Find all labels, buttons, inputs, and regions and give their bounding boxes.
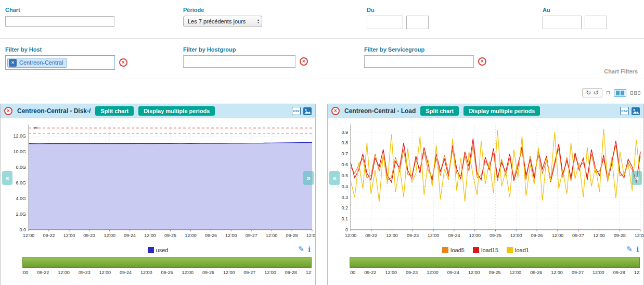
clear-servicegroup-filter-icon[interactable]: ×	[478, 57, 486, 66]
from-date-input[interactable]	[367, 16, 403, 29]
svg-text:09-28: 09-28	[614, 233, 626, 238]
view-toolbar: ↻ ↺	[582, 88, 640, 97]
svg-text:12:00: 12:00	[428, 233, 440, 238]
timeline-tick-label: 09-24	[447, 270, 459, 275]
timeline-tick-label: 12:00	[510, 270, 522, 275]
filter-by-hostgroup-label: Filter by Hostgroup	[183, 46, 236, 53]
auto-refresh-icon[interactable]: ↺	[594, 89, 599, 96]
timeline-tick-label: 12:00	[140, 270, 152, 275]
timeline-tick-label: 12:00	[99, 270, 111, 275]
export-icons: CSV	[292, 107, 312, 115]
svg-text:0.2: 0.2	[341, 205, 348, 210]
timeline-tick-label: 09-27	[572, 270, 584, 275]
chart-legend: load5load15load1	[349, 247, 623, 253]
chart-filter-label: Chart	[5, 7, 20, 13]
timeline-tick-label: 12:00	[350, 270, 355, 275]
period-select[interactable]: Les 7 précédents jours ▲▼	[183, 16, 262, 27]
panel-header: × Centreon-Central - Disk-/ Split chart …	[1, 104, 315, 118]
svg-text:09-22: 09-22	[365, 233, 377, 238]
pan-right-button[interactable]: »	[303, 171, 314, 185]
display-multiple-periods-button[interactable]: Display multiple periods	[463, 106, 540, 116]
legend-color-swatch	[148, 247, 154, 253]
load-chart[interactable]: 12:0009-2212:0009-2312:0009-2412:0009-25…	[329, 120, 643, 241]
display-multiple-periods-button[interactable]: Display multiple periods	[138, 106, 215, 116]
timeline-tick-label: 09-23	[406, 270, 418, 275]
timeline-tick-label: 09-26	[202, 270, 214, 275]
legend-item[interactable]: load1	[507, 247, 529, 253]
refresh-icon[interactable]: ↻	[586, 89, 591, 96]
export-csv-icon[interactable]: CSV	[292, 107, 301, 115]
timeline-selector[interactable]	[350, 257, 640, 268]
export-image-icon[interactable]	[303, 107, 312, 115]
layout-three-columns-icon[interactable]	[630, 91, 640, 95]
from-label: Du	[367, 7, 375, 13]
disk-usage-chart[interactable]: 12:0009-2212:0009-2312:0009-2412:0009-25…	[2, 120, 315, 241]
svg-text:0.7: 0.7	[341, 151, 348, 156]
chart-filters-section-label: Chart Filters	[604, 68, 638, 75]
timeline-tick-label: 09-24	[120, 270, 132, 275]
pan-left-button[interactable]: «	[2, 171, 12, 185]
timeline-tick-label: 12:00	[551, 270, 563, 275]
timeline-tick-label: 12:00	[22, 270, 28, 275]
timeline-tick-label: 12:00	[593, 270, 604, 275]
timeline-tick-label: 09-28	[613, 270, 625, 275]
host-filter-input[interactable]: × Centreon-Central	[5, 55, 115, 70]
clear-hostgroup-filter-icon[interactable]: ×	[300, 57, 308, 66]
to-time-input[interactable]	[585, 16, 607, 29]
chart-info-icon[interactable]: ℹ	[636, 245, 639, 253]
svg-text:09-24: 09-24	[124, 233, 136, 238]
svg-text:09-25: 09-25	[490, 233, 501, 238]
timeline-tick-label: 09-25	[161, 270, 173, 275]
svg-text:12:00: 12:00	[104, 233, 115, 238]
select-arrows-icon: ▲▼	[253, 19, 260, 24]
chart-filter-input[interactable]	[5, 16, 114, 27]
remove-host-chip-icon[interactable]: ×	[9, 59, 17, 67]
clear-host-filter-icon[interactable]: ×	[119, 58, 127, 67]
timeline-tick-label: 12:00	[385, 270, 397, 275]
servicegroup-filter-input[interactable]	[364, 55, 474, 68]
timeline-labels: 12:0009-2212:0009-2312:0009-2412:0009-25…	[350, 270, 640, 277]
layout-one-column-icon[interactable]	[607, 91, 610, 94]
svg-text:12:00: 12:00	[185, 233, 197, 238]
panel-header: × Centreon-Central - Load Split chart Di…	[328, 104, 643, 118]
timeline-labels: 12:0009-2212:0009-2312:0009-2412:0009-25…	[22, 270, 312, 277]
hostgroup-filter-input[interactable]	[183, 55, 295, 68]
timeline-tick-label: 09-27	[243, 270, 255, 275]
edit-chart-icon[interactable]: ✎	[626, 245, 633, 253]
layout-two-columns-icon[interactable]	[614, 89, 626, 97]
split-chart-button[interactable]: Split chart	[95, 106, 134, 116]
legend-color-swatch	[507, 247, 513, 253]
remove-chart-button[interactable]: ×	[331, 107, 340, 115]
svg-text:12:00: 12:00	[593, 233, 605, 238]
divider	[0, 38, 644, 39]
legend-item[interactable]: load15	[473, 247, 498, 253]
chart-panel-disk: × Centreon-Central - Disk-/ Split chart …	[0, 104, 316, 285]
pan-right-button[interactable]: »	[632, 171, 642, 185]
split-chart-button[interactable]: Split chart	[420, 106, 459, 116]
legend-color-swatch	[473, 247, 479, 253]
remove-chart-button[interactable]: ×	[4, 107, 12, 115]
to-date-input[interactable]	[543, 16, 582, 29]
timeline-selector[interactable]	[22, 257, 312, 268]
from-time-input[interactable]	[406, 16, 429, 29]
export-image-icon[interactable]	[632, 107, 640, 115]
timeline-tick-label: 12:00	[58, 270, 70, 275]
svg-text:12:00: 12:00	[345, 233, 357, 238]
svg-text:09-25: 09-25	[164, 233, 176, 238]
legend-item[interactable]: load5	[442, 247, 465, 253]
svg-text:0.9: 0.9	[341, 130, 348, 135]
timeline-tick-label: 12:00	[306, 270, 312, 275]
svg-text:2.0G: 2.0G	[16, 212, 26, 217]
chart-info-icon[interactable]: ℹ	[308, 245, 311, 253]
svg-text:0.5: 0.5	[341, 173, 348, 178]
pan-left-button[interactable]: «	[329, 171, 340, 185]
svg-text:12:00: 12:00	[266, 233, 278, 238]
legend-item[interactable]: used	[148, 247, 169, 253]
svg-text:B: B	[33, 127, 38, 130]
timeline-tick-label: 12:00	[223, 270, 235, 275]
edit-chart-icon[interactable]: ✎	[298, 245, 304, 253]
period-label: Période	[183, 7, 204, 13]
export-csv-icon[interactable]: CSV	[620, 107, 629, 115]
svg-text:0.4: 0.4	[341, 184, 348, 189]
timeline-tick-label: 09-22	[37, 270, 49, 275]
